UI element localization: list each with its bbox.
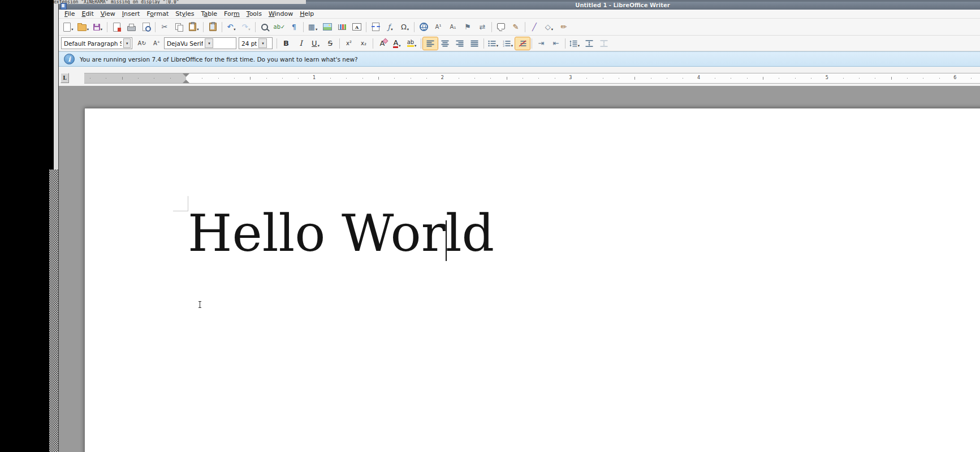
copy-button[interactable] (172, 21, 187, 33)
insert-endnote-button[interactable]: A₁ (446, 21, 460, 33)
menu-tools[interactable]: Tools (243, 10, 265, 18)
left-indent-marker[interactable] (183, 80, 189, 83)
font-size-dropdown[interactable]: ▾ (258, 38, 267, 48)
menu-edit[interactable]: Edit (78, 10, 97, 18)
paste-button[interactable]: ▾ (187, 21, 201, 33)
highlight-color-dropdown[interactable]: ▾ (415, 44, 416, 48)
formatting-marks-button[interactable]: ¶ (287, 21, 301, 33)
toolbar-separator (525, 22, 525, 32)
decrease-indent-icon: ⇤ (553, 40, 559, 47)
insert-image-button[interactable] (320, 21, 335, 33)
increase-indent-button[interactable]: ⇥ (534, 37, 549, 50)
decrease-paragraph-spacing-icon (600, 40, 608, 47)
clone-formatting-button[interactable] (205, 21, 220, 33)
no-list-button[interactable] (515, 37, 530, 50)
menu-styles[interactable]: Styles (172, 10, 197, 18)
document-area[interactable]: Hello World (59, 86, 980, 452)
insert-line-button[interactable]: ╱ (527, 21, 542, 33)
font-name-combobox[interactable]: DejaVu Serif ▾ (164, 37, 236, 49)
underline-button[interactable]: U▾ (308, 37, 323, 50)
highlight-color-button[interactable]: ab▾ (404, 37, 419, 50)
menu-format[interactable]: Format (143, 10, 172, 18)
menu-form[interactable]: Form (221, 10, 243, 18)
menu-table[interactable]: Table (198, 10, 221, 18)
subscript-button[interactable]: x₂ (356, 37, 371, 50)
insert-field-button[interactable]: ƒ▾ (383, 21, 398, 33)
track-changes-button[interactable]: ✎ (508, 21, 523, 33)
align-right-button[interactable] (452, 37, 467, 50)
cut-button[interactable]: ✂ (157, 21, 172, 33)
insert-bookmark-button[interactable]: ⚑ (460, 21, 475, 33)
increase-paragraph-spacing-button[interactable] (582, 37, 597, 50)
document-page[interactable]: Hello World (84, 108, 980, 452)
unordered-list-button[interactable]: ▾ (486, 37, 500, 50)
underline-dropdown[interactable]: ▾ (318, 44, 320, 48)
undo-dropdown[interactable]: ▾ (234, 27, 235, 32)
paste-dropdown[interactable]: ▾ (197, 27, 198, 32)
undo-button[interactable]: ↶▾ (224, 21, 239, 33)
strikethrough-button[interactable]: S (323, 37, 338, 50)
horizontal-ruler[interactable]: 123456 (84, 73, 980, 84)
font-name-dropdown[interactable]: ▾ (205, 38, 213, 48)
ordered-list-button[interactable]: ▾ (500, 37, 515, 50)
align-justify-button[interactable] (467, 37, 482, 50)
bold-button[interactable]: B (279, 37, 293, 50)
unordered-list-icon (488, 40, 496, 47)
unordered-list-dropdown[interactable]: ▾ (497, 44, 498, 48)
spelling-button[interactable]: ab✓ (272, 21, 287, 33)
first-line-indent-marker[interactable] (183, 73, 189, 77)
save-button[interactable]: ▾ (90, 21, 105, 33)
insert-textbox-button[interactable] (349, 21, 364, 33)
show-draw-functions-button[interactable]: ✏ (556, 21, 571, 33)
open-button[interactable]: ▾ (76, 21, 90, 33)
basic-shapes-button[interactable]: ◇▾ (542, 21, 556, 33)
align-center-button[interactable] (438, 37, 452, 50)
paragraph-style-dropdown[interactable]: ▾ (123, 38, 131, 48)
ruler-number: 1 (313, 75, 316, 80)
insert-special-character-dropdown[interactable]: ▾ (407, 27, 409, 32)
no-list-icon (519, 40, 526, 47)
font-color-dropdown[interactable]: ▾ (399, 44, 400, 48)
basic-shapes-dropdown[interactable]: ▾ (551, 27, 553, 32)
insert-footnote-button[interactable]: A¹ (431, 21, 446, 33)
menu-insert[interactable]: Insert (119, 10, 144, 18)
menu-view[interactable]: View (97, 10, 119, 18)
italic-button[interactable]: I (293, 37, 308, 50)
insert-chart-button[interactable] (335, 21, 349, 33)
menu-window[interactable]: Window (265, 10, 296, 18)
export-pdf-button[interactable] (109, 21, 124, 33)
save-dropdown[interactable]: ▾ (101, 27, 102, 32)
find-replace-button[interactable] (257, 21, 272, 33)
open-dropdown[interactable]: ▾ (87, 27, 89, 32)
new-style-button[interactable]: A⁺ (149, 37, 164, 50)
ruler-tick (266, 78, 267, 79)
menu-file[interactable]: File (61, 10, 78, 18)
align-left-button[interactable] (423, 37, 438, 50)
insert-cross-reference-button[interactable]: ⇄ (475, 21, 490, 33)
font-size-combobox[interactable]: 24 pt ▾ (239, 37, 273, 49)
insert-field-dropdown[interactable]: ▾ (391, 27, 392, 32)
superscript-button[interactable]: x² (342, 37, 356, 50)
new-document-button[interactable]: ▾ (61, 21, 76, 33)
insert-hyperlink-button[interactable] (416, 21, 431, 33)
insert-comment-button[interactable] (494, 21, 508, 33)
redo-dropdown[interactable]: ▾ (248, 27, 250, 32)
clear-formatting-button[interactable]: A (375, 37, 390, 50)
insert-table-button[interactable]: ▦▾ (305, 21, 320, 33)
paragraph-style-combobox[interactable]: Default Paragraph Style ▾ (61, 37, 132, 49)
insert-table-dropdown[interactable]: ▾ (316, 27, 317, 32)
font-color-button[interactable]: A▾ (390, 37, 404, 50)
line-spacing-dropdown[interactable]: ▾ (578, 44, 580, 48)
print-button[interactable] (124, 21, 139, 33)
document-text[interactable]: Hello World (188, 208, 494, 259)
menu-help[interactable]: Help (296, 10, 317, 18)
update-style-button[interactable]: A↻ (135, 37, 149, 50)
print-preview-button[interactable] (139, 21, 153, 33)
insert-page-break-button[interactable] (368, 21, 383, 33)
insert-special-character-button[interactable]: Ω▾ (398, 21, 412, 33)
line-spacing-button[interactable]: ▾ (567, 37, 582, 50)
tab-stop-selector[interactable]: L (61, 73, 69, 83)
new-document-dropdown[interactable]: ▾ (71, 27, 73, 32)
ordered-list-dropdown[interactable]: ▾ (511, 44, 513, 48)
decrease-indent-button[interactable]: ⇤ (549, 37, 563, 50)
